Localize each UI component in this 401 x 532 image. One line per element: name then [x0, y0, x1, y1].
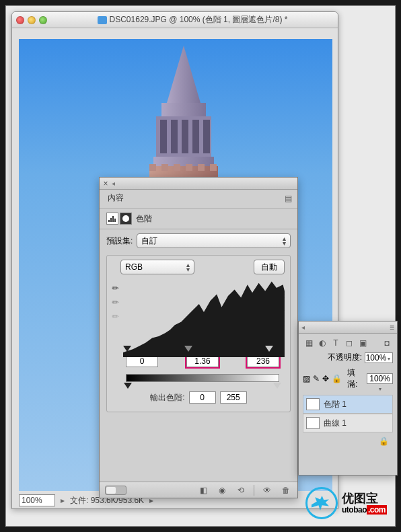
highlight-slider-handle[interactable]	[265, 346, 273, 352]
filter-smart-icon[interactable]: ▣	[357, 338, 369, 348]
input-slider[interactable]	[126, 346, 279, 351]
preset-label: 預設集:	[106, 235, 133, 247]
svg-rect-6	[192, 120, 199, 153]
output-highlight-handle[interactable]	[273, 383, 281, 389]
svg-rect-5	[182, 120, 188, 153]
histogram	[123, 280, 285, 344]
zoom-field[interactable]: 100%	[19, 494, 55, 506]
filter-adjust-icon[interactable]: ◐	[316, 338, 328, 348]
output-lo-input[interactable]: 0	[189, 391, 216, 404]
watermark-brand: 优图宝	[342, 492, 387, 504]
adjustment-levels-icon[interactable]	[106, 213, 118, 225]
panel-menu-button[interactable]: ▤	[285, 194, 292, 203]
preset-value: 自訂	[141, 235, 157, 247]
layer-filter-row: ▦ ◐ T ◻ ▣ ◘	[303, 336, 393, 350]
select-caret-icon: ▴▾	[283, 236, 286, 245]
auto-button[interactable]: 自動	[254, 260, 285, 274]
shadow-slider-handle[interactable]	[123, 346, 131, 352]
adjustment-mask-icon[interactable]	[120, 213, 132, 225]
svg-marker-0	[167, 46, 200, 103]
output-label: 輸出色階:	[150, 392, 184, 404]
svg-rect-1	[161, 103, 206, 116]
layer-row[interactable]: 色階 1	[303, 395, 393, 414]
window-title: DSC01629.JPG @ 100% (色階 1, 圖層遮色片/8) *	[110, 14, 288, 26]
svg-rect-7	[203, 120, 210, 153]
app-frame: DSC01629.JPG @ 100% (色階 1, 圖層遮色片/8) *	[5, 5, 396, 527]
lock-all-icon[interactable]: 🔒	[332, 374, 342, 383]
output-hi-input[interactable]: 255	[220, 391, 247, 404]
adjustment-type-label: 色階	[136, 213, 152, 225]
reset-icon[interactable]: ⟲	[235, 484, 247, 496]
channel-value: RGB	[125, 262, 143, 272]
filter-type-icon[interactable]: T	[330, 338, 342, 348]
watermark: 优图宝 utobao.com	[305, 487, 387, 519]
view-previous-icon[interactable]: ◉	[216, 484, 228, 496]
svg-rect-13	[186, 164, 192, 171]
chevron-left-icon[interactable]: ◂	[112, 180, 115, 187]
output-shadow-handle[interactable]	[124, 383, 132, 389]
svg-rect-14	[198, 164, 205, 171]
layer-name: 曲線 1	[324, 418, 347, 429]
svg-rect-11	[161, 164, 168, 171]
opacity-label: 不透明度:	[328, 352, 362, 363]
midtone-slider-handle[interactable]	[184, 346, 192, 352]
properties-tab[interactable]: 內容	[108, 192, 124, 204]
filter-pixel-icon[interactable]: ▦	[303, 338, 315, 348]
gray-point-eyedropper[interactable]: ✎	[110, 297, 122, 309]
svg-rect-30	[112, 216, 114, 222]
svg-rect-3	[160, 120, 167, 153]
preset-select[interactable]: 自訂 ▴▾	[137, 233, 291, 248]
fill-field[interactable]: 100%▾	[367, 373, 393, 384]
lock-pixels-icon[interactable]: ✎	[313, 374, 320, 383]
black-point-eyedropper[interactable]: ✎	[110, 283, 122, 295]
svg-rect-15	[210, 164, 217, 171]
channel-select[interactable]: RGB ▴▾	[120, 260, 194, 274]
minimize-window-button[interactable]	[28, 16, 36, 24]
layer-row[interactable]: 曲線 1	[303, 414, 393, 432]
nav-icon[interactable]: ▸	[61, 496, 65, 505]
lock-position-icon[interactable]: ✥	[322, 374, 329, 383]
layers-panel: ◂ ≡ ▦ ◐ T ◻ ▣ ◘ 不透明度: 100%▾ ▨ ✎ ✥ 🔒	[298, 321, 398, 476]
filter-shape-icon[interactable]: ◻	[343, 338, 355, 348]
output-gradient[interactable]	[126, 374, 279, 382]
watermark-logo-icon	[305, 487, 338, 519]
layer-thumb	[306, 398, 320, 410]
svg-rect-28	[108, 220, 110, 222]
chevron-left-icon[interactable]: ◂	[301, 324, 305, 331]
zoom-window-button[interactable]	[39, 16, 47, 24]
panel-toggle[interactable]	[105, 486, 126, 495]
svg-rect-31	[114, 219, 116, 222]
layer-name: 色階 1	[324, 399, 347, 410]
svg-rect-29	[110, 218, 112, 222]
delete-icon[interactable]: 🗑	[280, 484, 292, 496]
opacity-field[interactable]: 100%▾	[365, 352, 393, 363]
file-icon	[98, 16, 107, 24]
lock-icon: 🔒	[379, 436, 389, 446]
svg-rect-10	[149, 164, 156, 171]
panel-menu-button[interactable]: ≡	[390, 323, 394, 332]
white-point-eyedropper[interactable]: ✎	[110, 311, 122, 323]
close-window-button[interactable]	[16, 16, 24, 24]
fill-label: 填滿:	[347, 367, 364, 390]
panel-collapse-button[interactable]: ×	[102, 180, 109, 187]
filter-toggle-icon[interactable]: ◘	[381, 338, 393, 348]
watermark-domain: utobao.com	[342, 504, 387, 515]
clip-to-layer-icon[interactable]: ◧	[197, 484, 209, 496]
lock-transparency-icon[interactable]: ▨	[303, 374, 310, 383]
properties-panel: × ◂ 內容 ▤ 色階 預設集: 自訂 ▴▾ RGB	[99, 177, 298, 498]
svg-rect-4	[171, 120, 178, 153]
panel-footer: ◧ ◉ ⟲ 👁 🗑	[100, 482, 297, 498]
visibility-icon[interactable]: 👁	[261, 484, 273, 496]
svg-rect-12	[174, 164, 180, 171]
levels-group: RGB ▴▾ 自動 ✎ ✎ ✎	[106, 255, 291, 412]
layer-thumb	[306, 417, 320, 429]
titlebar: DSC01629.JPG @ 100% (色階 1, 圖層遮色片/8) *	[12, 12, 338, 28]
select-caret-icon: ▴▾	[186, 262, 190, 272]
